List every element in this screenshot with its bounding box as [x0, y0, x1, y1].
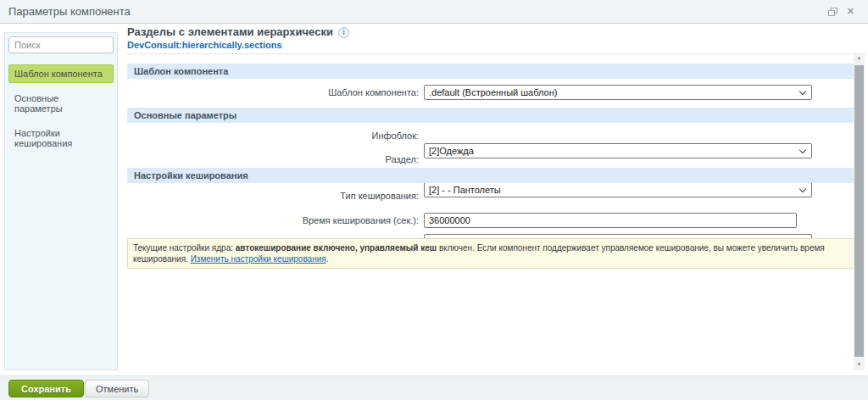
- save-button[interactable]: Сохранить: [8, 380, 84, 397]
- scrollbar-thumb[interactable]: [854, 65, 864, 357]
- select-value: [2]Одежда: [429, 146, 474, 156]
- scroll-down-icon[interactable]: ▼: [854, 359, 865, 370]
- dialog-footer: Сохранить Отменить: [0, 375, 868, 400]
- change-cache-settings-link[interactable]: Изменить настройки кеширования: [191, 254, 326, 264]
- component-system-name: DevConsult:hierarchically.sections: [127, 40, 282, 50]
- header-divider: [127, 53, 854, 54]
- dialog-titlebar: Параметры компонента ✕: [0, 0, 868, 24]
- field-label-template: Шаблон компонента:: [127, 87, 419, 97]
- sidebar-item-cache-settings[interactable]: Настройки кеширования: [8, 124, 114, 153]
- scroll-up-icon[interactable]: ▲: [854, 53, 865, 64]
- field-label-cache-time: Время кеширования (сек.):: [127, 215, 419, 225]
- info-icon[interactable]: i: [338, 27, 349, 38]
- vertical-scrollbar: ▲ ▼: [854, 53, 865, 370]
- search-input[interactable]: [8, 36, 114, 53]
- sidebar-item-main-parameters[interactable]: Основные параметры: [8, 89, 114, 118]
- select-value: .default (Встроенный шаблон): [429, 87, 557, 97]
- cancel-button[interactable]: Отменить: [85, 380, 149, 397]
- restore-window-icon[interactable]: [828, 8, 837, 18]
- template-select[interactable]: .default (Встроенный шаблон): [424, 85, 812, 100]
- section-header-main: Основные параметры: [127, 108, 854, 123]
- close-icon[interactable]: ✕: [847, 7, 854, 16]
- sidebar-item-label: Шаблон компонента: [14, 69, 103, 79]
- sidebar-nav: Шаблон компонента Основные параметры Нас…: [5, 64, 117, 153]
- dialog-title: Параметры компонента: [8, 0, 131, 23]
- sidebar: Шаблон компонента Основные параметры Нас…: [4, 32, 118, 370]
- select-value: [2] - - Пантолеты: [429, 185, 501, 195]
- component-title: Разделы с элементами иерархическиi: [127, 25, 349, 38]
- chevron-down-icon: [799, 88, 806, 95]
- cache-time-input[interactable]: [424, 213, 797, 228]
- field-label-section: Раздел:: [127, 154, 419, 164]
- sidebar-item-label: Настройки кеширования: [14, 128, 72, 148]
- field-label-cache-type: Тип кеширования:: [127, 191, 419, 201]
- component-parameters-dialog: Параметры компонента ✕ Шаблон компонента…: [0, 0, 868, 400]
- cache-note: Текущие настройки ядра: автокеширование …: [127, 238, 854, 269]
- section-header-cache: Настройки кеширования: [127, 168, 854, 183]
- field-label-iblock: Инфоблок:: [127, 131, 419, 141]
- section-header-template: Шаблон компонента: [127, 64, 854, 79]
- section-select[interactable]: [2] - - Пантолеты: [424, 182, 812, 197]
- sidebar-item-component-template[interactable]: Шаблон компонента: [8, 64, 114, 83]
- sidebar-item-label: Основные параметры: [14, 93, 63, 114]
- chevron-down-icon: [799, 147, 806, 153]
- iblock-select[interactable]: [2]Одежда: [424, 143, 812, 158]
- chevron-down-icon: [799, 186, 806, 192]
